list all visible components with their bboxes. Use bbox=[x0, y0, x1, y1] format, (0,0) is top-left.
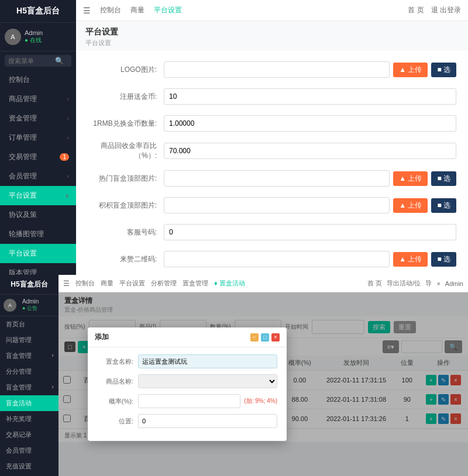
form-label-service: 客服号码: bbox=[88, 227, 164, 237]
modal-header: 添加 − □ × bbox=[88, 327, 287, 347]
modal-overlay: 添加 − □ × 置盒名称: 商品名称: bbox=[58, 292, 468, 476]
user-name: Admin bbox=[25, 29, 43, 36]
hot-box-input[interactable] bbox=[164, 170, 390, 187]
qr-select-button[interactable]: ■ 选 bbox=[431, 252, 456, 267]
sidebar2-problem[interactable]: 问题管理 bbox=[0, 332, 58, 348]
chevron-icon: › bbox=[67, 115, 69, 122]
chevron-icon: › bbox=[67, 134, 69, 141]
sidebar-item-order[interactable]: 订单管理 › bbox=[0, 128, 76, 147]
nav2-platform[interactable]: 平台设置 bbox=[119, 279, 145, 288]
form-row-recycle-rate: 商品回收金率百比（%）: bbox=[88, 141, 456, 161]
form-label-recycle: 商品回收金率百比（%）: bbox=[88, 141, 164, 161]
qr-upload-button[interactable]: ▲ 上传 bbox=[393, 252, 428, 267]
nav2-boxmgr[interactable]: 置盒管理 bbox=[183, 279, 208, 288]
sidebar-menu: 控制台 商品管理 › 资金管理 › 订单管理 › 交易管理 1 会员管理 › bbox=[0, 70, 76, 275]
acc-box-select-button[interactable]: ■ 选 bbox=[431, 198, 456, 213]
sidebar2-user: A Admin ● 公告 bbox=[0, 295, 58, 316]
menu-label: 版本管理 bbox=[9, 268, 37, 275]
sidebar-item-dashboard[interactable]: 控制台 bbox=[0, 70, 76, 89]
logo-input[interactable] bbox=[164, 61, 390, 78]
sidebar2-dashboard[interactable]: 首页台 bbox=[0, 316, 58, 332]
sidebar-item-commodity[interactable]: 商品管理 › bbox=[0, 89, 76, 109]
sidebar2-topup[interactable]: 充值设置 bbox=[0, 458, 58, 474]
menu-label: 轮播图管理 bbox=[9, 229, 44, 239]
modal-row-box-name: 置盒名称: bbox=[97, 354, 277, 368]
nav2-analysis[interactable]: 分析管理 bbox=[151, 279, 177, 288]
nav-goods[interactable]: 商量 bbox=[130, 5, 144, 15]
nav-home[interactable]: 首 页 bbox=[408, 5, 424, 15]
menu-toggle2-icon[interactable]: ☰ bbox=[63, 280, 70, 288]
sidebar-item-version[interactable]: 版本管理 bbox=[0, 263, 76, 275]
menu-label: 商品管理 bbox=[9, 94, 37, 104]
acc-box-input-group: ▲ 上传 ■ 选 bbox=[164, 197, 456, 213]
menu-label: 会员管理 bbox=[9, 171, 37, 181]
nav2-boxact[interactable]: ♦ 置盒活动 bbox=[214, 279, 245, 288]
modal-minimize-button[interactable]: − bbox=[250, 333, 259, 342]
sidebar2-boxact[interactable]: 盲盒活动 bbox=[0, 395, 58, 411]
form-row-acc-box: 积积盲盒顶部图片: ▲ 上传 ■ 选 bbox=[88, 196, 456, 215]
nav2-close[interactable]: × bbox=[436, 280, 440, 287]
user-status: ● 在线 bbox=[25, 36, 43, 44]
modal-maximize-button[interactable]: □ bbox=[261, 333, 269, 342]
register-bonus-input[interactable] bbox=[164, 88, 456, 105]
user-info: Admin ● 在线 bbox=[25, 29, 43, 44]
service-input[interactable] bbox=[164, 224, 456, 240]
hot-box-input-group: ▲ 上传 ■ 选 bbox=[164, 170, 456, 187]
search-box[interactable]: 🔍 bbox=[5, 55, 71, 67]
modal-product-select[interactable] bbox=[138, 374, 277, 388]
chevron2-icon: › bbox=[51, 351, 54, 360]
nav-dashboard[interactable]: 控制台 bbox=[100, 5, 121, 15]
sidebar2-box[interactable]: 盲盒管理 › bbox=[0, 348, 58, 364]
modal-box-name-input[interactable] bbox=[138, 354, 277, 368]
hot-box-select-button[interactable]: ■ 选 bbox=[431, 171, 456, 186]
nav-logout[interactable]: 退 出登录 bbox=[431, 5, 461, 15]
sidebar2-distribute[interactable]: 分分管理 bbox=[0, 364, 58, 380]
menu-toggle-icon[interactable]: ☰ bbox=[83, 6, 91, 15]
modal-row-product: 商品名称: bbox=[97, 374, 277, 388]
modal-row-qty: 位置: bbox=[97, 414, 277, 428]
sidebar-item-banner[interactable]: 轮播图管理 bbox=[0, 225, 76, 244]
sidebar-item-protocol[interactable]: 协议及策 bbox=[0, 205, 76, 225]
hot-box-upload-button[interactable]: ▲ 上传 bbox=[393, 171, 428, 186]
chevron-icon: › bbox=[67, 173, 69, 180]
modal-close-button[interactable]: × bbox=[271, 333, 280, 342]
sidebar-item-funds[interactable]: 资金管理 › bbox=[0, 109, 76, 128]
modal-qty-input[interactable] bbox=[138, 414, 277, 428]
chevron2-icon: › bbox=[51, 383, 54, 392]
modal-label-prob: 概率(%): bbox=[97, 397, 138, 406]
sidebar2-addprize[interactable]: 补充奖理 bbox=[0, 411, 58, 427]
sidebar-item-platform[interactable]: 平台设置 ∨ bbox=[0, 186, 76, 205]
rmb-exchange-input[interactable] bbox=[164, 115, 456, 132]
form-row-hot-box: 热门盲盒顶部图片: ▲ 上传 ■ 选 bbox=[88, 169, 456, 188]
nav2-export2[interactable]: 导 bbox=[425, 279, 432, 288]
nav2-dashboard[interactable]: 控制台 bbox=[75, 279, 95, 288]
nav-platform[interactable]: 平台设置 bbox=[154, 5, 182, 15]
acc-box-upload-button[interactable]: ▲ 上传 bbox=[393, 198, 428, 213]
sidebar2-title: H5盲盒后台 bbox=[0, 275, 58, 295]
nav2-goods[interactable]: 商量 bbox=[101, 279, 113, 288]
form-row-service: 客服号码: bbox=[88, 223, 456, 242]
logo-select-button[interactable]: ■ 选 bbox=[431, 63, 456, 77]
nav2-home[interactable]: 首 页 bbox=[367, 279, 382, 288]
form-row-rmb-exchange: 1RMB兑换金币数量: bbox=[88, 114, 456, 133]
form-label-logo: LOGO图片: bbox=[88, 65, 164, 75]
nav2-export[interactable]: 导出活动/位 bbox=[387, 279, 421, 288]
qr-input[interactable] bbox=[164, 251, 390, 267]
menu2-label: 盲盒管理 bbox=[6, 383, 32, 392]
sidebar2-boxmgr[interactable]: 盲盒管理 › bbox=[0, 380, 58, 395]
acc-box-input[interactable] bbox=[164, 197, 390, 213]
menu-label: 订单管理 bbox=[9, 133, 37, 143]
top-right2: 首 页 导出活动/位 导 × Admin bbox=[367, 279, 463, 288]
sidebar2-member[interactable]: 会员管理 bbox=[0, 443, 58, 458]
recycle-rate-input[interactable] bbox=[164, 143, 456, 159]
sidebar-item-platform2[interactable]: 平台设置 bbox=[0, 244, 76, 263]
search-icon: 🔍 bbox=[55, 57, 64, 65]
sidebar-item-member[interactable]: 会员管理 › bbox=[0, 167, 76, 186]
menu-label: 平台设置 bbox=[9, 249, 37, 258]
sidebar2-transaction[interactable]: 交易记录 bbox=[0, 427, 58, 443]
modal-prob-input[interactable] bbox=[138, 394, 240, 408]
search-input[interactable] bbox=[8, 57, 55, 64]
main-content-bottom: 置盒详情 置盒-价格商品管理 按钮(%) 商品(!) 数量(%) 开始时间 搜索… bbox=[58, 292, 468, 476]
sidebar-item-transaction[interactable]: 交易管理 1 bbox=[0, 147, 76, 167]
logo-upload-button[interactable]: ▲ 上传 bbox=[393, 63, 428, 77]
